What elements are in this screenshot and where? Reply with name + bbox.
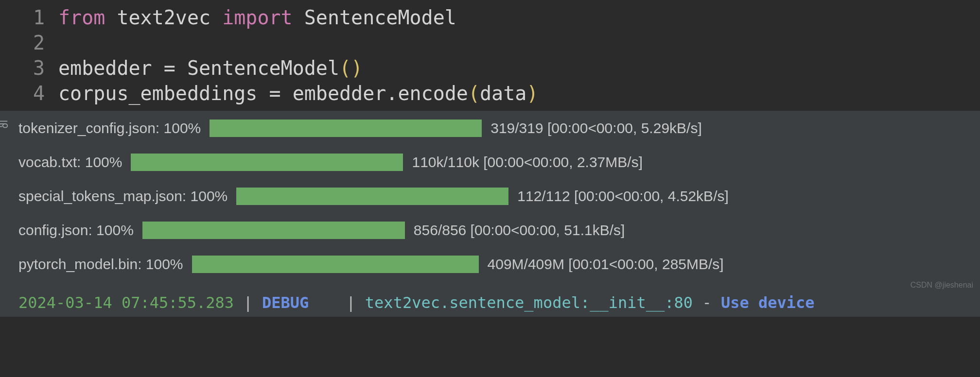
line-number: 3 [0,55,45,81]
progress-bar [192,256,479,273]
download-label: vocab.txt: 100% [18,154,122,171]
arg-data: data [480,82,526,104]
download-stats: 112/112 [00:00<00:00, 4.52kB/s] [517,188,729,205]
download-label: config.json: 100% [18,222,134,239]
download-progress-list: tokenizer_config.json: 100%319/319 [00:0… [18,120,962,273]
download-label: special_tokens_map.json: 100% [18,188,228,205]
progress-bar [131,154,403,171]
paren-open: ( [468,82,480,104]
progress-bar [142,222,405,239]
progress-bar [210,120,482,137]
download-stats: 319/319 [00:00<00:00, 5.29kB/s] [490,120,702,137]
line-number-gutter: 1 2 3 4 [0,0,58,106]
download-row: tokenizer_config.json: 100%319/319 [00:0… [18,120,962,137]
class-name: SentenceModel [304,6,456,29]
download-stats: 409M/409M [00:01<00:00, 285MB/s] [488,256,724,273]
paren-close: ) [526,82,538,104]
log-level: DEBUG [262,293,309,312]
watermark: CSDN @jieshenai [910,281,973,290]
download-row: special_tokens_map.json: 100%112/112 [00… [18,188,962,205]
code-content[interactable]: from text2vec import SentenceModel embed… [58,0,980,106]
log-dash: - [693,293,721,312]
line-number: 4 [0,81,45,106]
line-number: 1 [0,5,45,30]
module-name: text2vec [117,6,210,29]
line-number: 2 [0,30,45,55]
progress-bar [236,188,508,205]
log-line: 2024-03-14 07:45:55.283 | DEBUG | text2v… [18,290,962,312]
download-label: tokenizer_config.json: 100% [18,120,201,137]
download-stats: 110k/110k [00:00<00:00, 2.37MB/s] [412,154,643,171]
code-line-3: embedder = SentenceModel [58,57,339,79]
log-timestamp: 2024-03-14 07:45:55.283 [18,293,234,312]
wrap-icon[interactable] [0,118,9,133]
download-stats: 856/856 [00:00<00:00, 51.1kB/s] [414,222,625,239]
download-label: pytorch_model.bin: 100% [18,256,183,273]
parens: () [339,57,363,79]
log-sep2: | [309,293,365,312]
log-message: Use device [721,293,815,312]
code-editor[interactable]: 1 2 3 4 from text2vec import SentenceMod… [0,0,980,111]
keyword-import: import [222,6,293,29]
keyword-from: from [58,6,105,29]
log-module: text2vec.sentence_model:__init__:80 [365,293,693,312]
download-row: vocab.txt: 100%110k/110k [00:00<00:00, 2… [18,154,962,171]
download-row: config.json: 100%856/856 [00:00<00:00, 5… [18,222,962,239]
code-line-4: corpus_embeddings = embedder.encode [58,82,468,104]
download-row: pytorch_model.bin: 100%409M/409M [00:01<… [18,256,962,273]
output-panel[interactable]: tokenizer_config.json: 100%319/319 [00:0… [0,111,980,317]
log-sep: | [234,293,262,312]
